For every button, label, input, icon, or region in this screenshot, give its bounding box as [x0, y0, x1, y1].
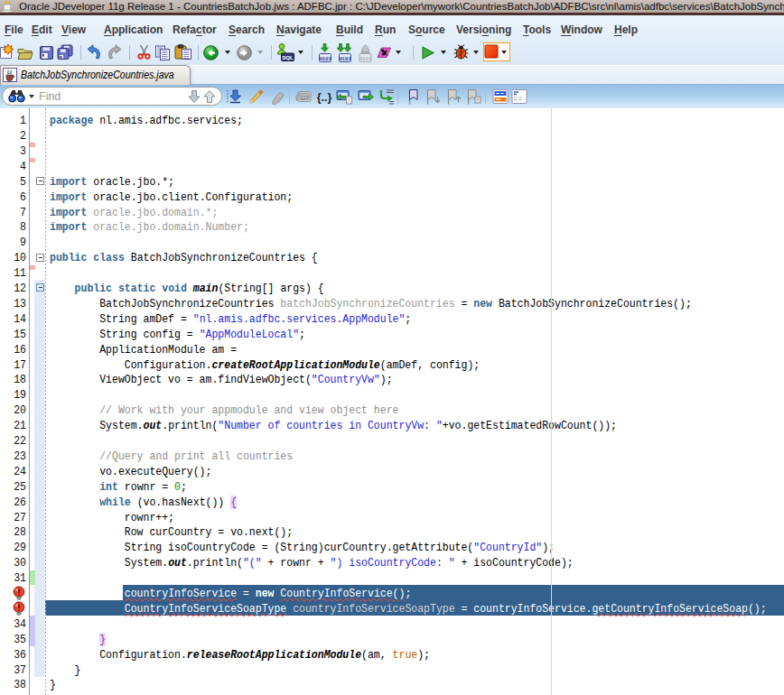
- svg-text:02: 02: [7, 70, 13, 75]
- svg-text:0101: 0101: [340, 56, 351, 62]
- svg-text:SQL: SQL: [282, 54, 294, 60]
- svg-text:0101: 0101: [320, 56, 331, 62]
- svg-text:0101: 0101: [359, 56, 371, 62]
- svg-text:123: 123: [300, 95, 308, 100]
- svg-text:{..}: {..}: [317, 91, 332, 104]
